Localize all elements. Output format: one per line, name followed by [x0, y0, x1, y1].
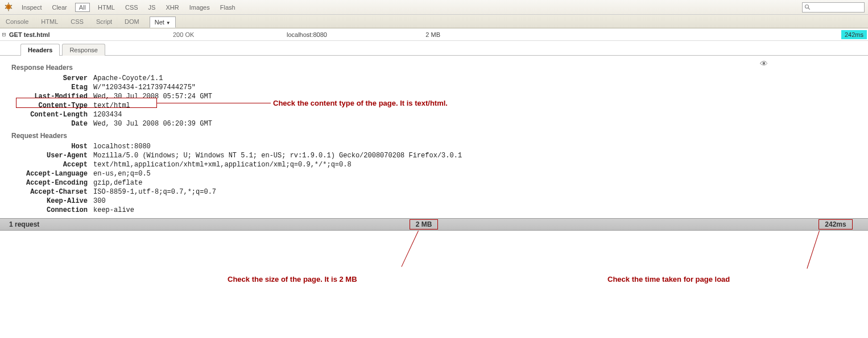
- filter-xhr[interactable]: XHR: [163, 3, 181, 12]
- tab-html[interactable]: HTML: [39, 16, 60, 27]
- summary-bar: 1 request 2 MB 242ms: [0, 218, 868, 231]
- request-row[interactable]: ⊟ GET test.html 200 OK localhost:8080 2 …: [0, 28, 868, 41]
- annotation-connector: [401, 231, 418, 267]
- summary-requests: 1 request: [0, 220, 398, 228]
- annotation-size: Check the size of the page. It is 2 MB: [228, 275, 357, 283]
- request-subtabs: Headers Response: [0, 41, 868, 56]
- header-row: Content-Length1203434: [10, 110, 868, 119]
- filter-html[interactable]: HTML: [96, 3, 117, 12]
- eye-icon[interactable]: 👁: [760, 59, 768, 68]
- annotation-content-type: Check the content type of the page. It i…: [273, 99, 448, 107]
- tab-dom[interactable]: DOM: [122, 16, 142, 27]
- toggle-icon[interactable]: ⊟: [0, 31, 8, 38]
- header-row: Keep-Alive300: [10, 197, 868, 206]
- subtab-headers[interactable]: Headers: [20, 44, 60, 56]
- chevron-down-icon: ▼: [166, 20, 171, 26]
- annotation-connector: [157, 103, 271, 103]
- search-input[interactable]: [802, 2, 865, 12]
- request-status: 200 OK: [173, 31, 287, 38]
- header-row: Accept-Languageen-us,en;q=0.5: [10, 169, 868, 178]
- header-row: Accept-CharsetISO-8859-1,utf-8;q=0.7,*;q…: [10, 187, 868, 197]
- tab-console[interactable]: Console: [3, 16, 31, 27]
- response-headers-title: Response Headers: [11, 64, 868, 72]
- request-time: 242ms: [841, 30, 867, 39]
- subtab-response[interactable]: Response: [62, 44, 105, 56]
- request-size: 2 MB: [418, 31, 444, 38]
- firebug-icon: [3, 2, 14, 13]
- summary-size: 2 MB: [398, 219, 449, 229]
- request-timeline: 242ms: [444, 30, 868, 39]
- inspect-button[interactable]: Inspect: [19, 3, 44, 12]
- filter-js[interactable]: JS: [146, 3, 158, 12]
- tab-css[interactable]: CSS: [68, 16, 86, 27]
- filter-all[interactable]: All: [75, 3, 90, 12]
- filter-css[interactable]: CSS: [123, 3, 140, 12]
- annotation-connector: [807, 231, 820, 269]
- svg-line-3: [808, 7, 810, 9]
- tab-script[interactable]: Script: [94, 16, 114, 27]
- filter-images[interactable]: Images: [187, 3, 212, 12]
- clear-button[interactable]: Clear: [49, 3, 69, 12]
- search-icon: [804, 4, 811, 11]
- request-url: GET test.html: [8, 31, 173, 38]
- filter-flash[interactable]: Flash: [218, 3, 238, 12]
- header-row: ServerApache-Coyote/1.1: [10, 74, 868, 83]
- summary-time: 242ms: [811, 219, 868, 229]
- main-toolbar: Inspect Clear All HTML CSS JS XHR Images…: [0, 0, 868, 15]
- header-row: User-AgentMozilla/5.0 (Windows; U; Windo…: [10, 151, 868, 160]
- panel-tabs: Console HTML CSS Script DOM Net▼: [0, 15, 868, 28]
- request-domain: localhost:8080: [287, 31, 418, 38]
- header-row: EtagW/"1203434-1217397444275": [10, 83, 868, 92]
- headers-panel: 👁 Response Headers ServerApache-Coyote/1…: [0, 56, 868, 218]
- request-headers-title: Request Headers: [11, 132, 868, 140]
- header-row: Accepttext/html,application/xhtml+xml,ap…: [10, 160, 868, 169]
- svg-point-2: [805, 5, 809, 8]
- tab-net[interactable]: Net▼: [150, 16, 176, 28]
- svg-point-1: [7, 5, 10, 9]
- header-row: Connectionkeep-alive: [10, 206, 868, 215]
- header-row: DateWed, 30 Jul 2008 06:20:39 GMT: [10, 119, 868, 128]
- annotation-area: Check the size of the page. It is 2 MB C…: [0, 231, 868, 293]
- header-row: Accept-Encodinggzip,deflate: [10, 178, 868, 187]
- annotation-time: Check the time taken for page load: [607, 275, 730, 283]
- header-row: Hostlocalhost:8080: [10, 142, 868, 151]
